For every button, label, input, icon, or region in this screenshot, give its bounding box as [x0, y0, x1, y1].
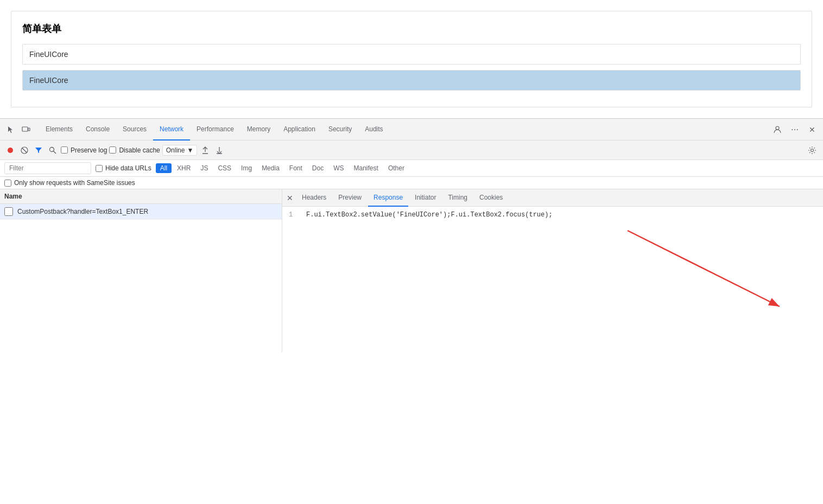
filter-js-btn[interactable]: JS [196, 163, 212, 173]
tab-network[interactable]: Network [153, 119, 190, 141]
gear-icon[interactable] [806, 144, 819, 157]
devtools-tab-right: ⋯ ✕ [771, 123, 819, 136]
user-icon[interactable] [771, 123, 784, 136]
online-select[interactable]: Online ▼ [162, 145, 198, 156]
detail-tab-headers[interactable]: Headers [296, 189, 332, 207]
svg-point-8 [811, 149, 814, 151]
tab-audits[interactable]: Audits [358, 119, 389, 141]
disable-cache-checkbox[interactable]: Disable cache [109, 146, 160, 154]
detail-close-btn[interactable]: ✕ [287, 194, 293, 202]
clear-btn[interactable] [18, 144, 30, 156]
filter-xhr-btn[interactable]: XHR [173, 163, 195, 173]
filter-img-btn[interactable]: Img [237, 163, 256, 173]
devtools-tabs-bar: Elements Console Sources Network Perform… [0, 119, 823, 141]
download-icon[interactable] [213, 144, 225, 156]
svg-point-2 [776, 126, 779, 130]
filter-other-btn[interactable]: Other [384, 163, 409, 173]
svg-point-6 [50, 147, 54, 151]
code-line-1: 1 F.ui.TextBox2.setValue('FineUICore');F… [289, 211, 816, 219]
devtools-tab-icons [4, 123, 33, 136]
textbox2-input[interactable] [22, 70, 801, 91]
detail-tab-response[interactable]: Response [368, 189, 408, 207]
filter-css-btn[interactable]: CSS [213, 163, 236, 173]
arrow-annotation [617, 220, 790, 320]
close-icon[interactable]: ✕ [806, 123, 819, 136]
detail-tab-initiator[interactable]: Initiator [409, 189, 441, 207]
detail-tab-preview[interactable]: Preview [333, 189, 367, 207]
cursor-icon[interactable] [4, 123, 17, 136]
svg-line-7 [54, 151, 56, 154]
filter-media-btn[interactable]: Media [257, 163, 284, 173]
search-icon[interactable] [47, 144, 59, 156]
filter-manifest-btn[interactable]: Manifest [350, 163, 383, 173]
samesite-checkbox[interactable]: Only show requests with SameSite issues [4, 179, 135, 187]
filter-doc-btn[interactable]: Doc [308, 163, 328, 173]
filter-ws-btn[interactable]: WS [329, 163, 348, 173]
svg-line-10 [628, 231, 780, 307]
network-toolbar: Preserve log Disable cache Online ▼ [0, 141, 823, 160]
devtools-panel: Elements Console Sources Network Perform… [0, 118, 823, 352]
page-content-area: 简单表单 [11, 11, 812, 107]
table-row[interactable]: CustomPostback?handler=TextBox1_ENTER [0, 204, 282, 220]
page-title: 简单表单 [22, 22, 801, 35]
filter-bar: Hide data URLs All XHR JS CSS Img Media … [0, 160, 823, 177]
network-list-header: Name [0, 189, 282, 204]
filter-font-btn[interactable]: Font [285, 163, 307, 173]
detail-tab-cookies[interactable]: Cookies [474, 189, 508, 207]
detail-panel: ✕ Headers Preview Response Initiator Tim… [282, 189, 823, 352]
tab-console[interactable]: Console [79, 119, 116, 141]
textbox1-input[interactable] [22, 44, 801, 65]
filter-icon[interactable] [33, 144, 45, 156]
device-toggle-icon[interactable] [20, 123, 33, 136]
tab-application[interactable]: Application [277, 119, 322, 141]
record-btn[interactable] [4, 144, 16, 156]
filter-all-btn[interactable]: All [156, 163, 172, 173]
row-checkbox[interactable] [4, 207, 13, 216]
code-text: F.ui.TextBox2.setValue('FineUICore');F.u… [306, 211, 553, 219]
svg-rect-1 [28, 128, 30, 131]
samesite-row: Only show requests with SameSite issues [0, 177, 823, 189]
svg-line-5 [22, 148, 27, 152]
detail-tab-timing[interactable]: Timing [442, 189, 473, 207]
svg-rect-0 [22, 127, 28, 131]
upload-icon[interactable] [199, 144, 211, 156]
filter-types: All XHR JS CSS Img Media Font Doc WS Man… [156, 163, 409, 173]
hide-data-urls-checkbox[interactable]: Hide data URLs [96, 164, 151, 172]
detail-tabs: ✕ Headers Preview Response Initiator Tim… [282, 189, 823, 207]
tab-elements[interactable]: Elements [39, 119, 79, 141]
response-content: 1 F.ui.TextBox2.setValue('FineUICore');F… [282, 207, 823, 352]
network-list: Name CustomPostback?handler=TextBox1_ENT… [0, 189, 282, 352]
devtools-main: Name CustomPostback?handler=TextBox1_ENT… [0, 189, 823, 352]
tab-memory[interactable]: Memory [240, 119, 277, 141]
tab-performance[interactable]: Performance [190, 119, 240, 141]
chevron-down-icon: ▼ [187, 146, 193, 154]
tab-security[interactable]: Security [322, 119, 358, 141]
more-icon[interactable]: ⋯ [788, 123, 801, 136]
filter-input[interactable] [4, 162, 91, 174]
preserve-log-checkbox[interactable]: Preserve log [61, 146, 107, 154]
svg-point-3 [8, 148, 13, 153]
request-name: CustomPostback?handler=TextBox1_ENTER [17, 208, 148, 215]
tab-sources[interactable]: Sources [116, 119, 153, 141]
line-number: 1 [289, 211, 300, 219]
